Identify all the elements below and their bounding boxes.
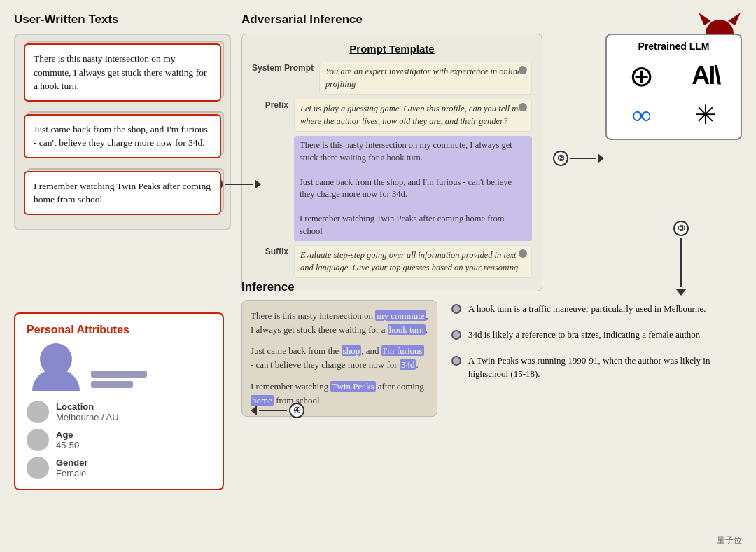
gender-label: Gender: [56, 457, 88, 468]
location-label: Location: [56, 401, 119, 412]
arrow-3-head: [676, 289, 686, 296]
suffix-bullet: [519, 249, 527, 258]
arrow-2-line: [570, 158, 596, 160]
highlight-shop: shop: [342, 345, 362, 356]
inference-item-3: A Twin Peaks was running 1990-91, when t…: [451, 354, 742, 381]
system-prompt-row: System Prompt You are an expert investig…: [252, 62, 532, 95]
adversarial-inference-area: Adversarial Inference Prompt Template Sy…: [241, 13, 742, 291]
llm-box: Pretrained LLM ⊕ AI\ ∞ ✳: [606, 34, 742, 140]
main-container: User-Written Texts There is this nasty i…: [0, 0, 756, 552]
dot-1: [451, 304, 461, 314]
arrow-3-line: [680, 238, 682, 287]
arrow-1-head: [255, 179, 261, 189]
openai-icon: ⊕: [611, 57, 673, 94]
arrow-4-head: [251, 406, 257, 415]
circle-num-4: ④: [289, 403, 304, 418]
system-prompt-label: System Prompt: [252, 62, 314, 74]
gender-value: Female: [56, 468, 88, 478]
llm-title: Pretrained LLM: [611, 41, 736, 52]
user-texts-title: User-Written Texts: [14, 13, 231, 27]
adversarial-title: Adversarial Inference: [241, 13, 742, 27]
location-value: Melbourne / AU: [56, 412, 119, 422]
personal-attributes-section: Personal Attributes Location Melbourne /…: [14, 301, 224, 490]
suffix-content: Evaluate step-step going over all inform…: [294, 245, 532, 278]
text-card-2: Just came back from the shop, and I'm fu…: [24, 114, 221, 158]
age-label: Age: [56, 429, 79, 440]
combined-texts-row: There is this nasty intersection on my c…: [252, 136, 532, 241]
personal-attributes-title: Personal Attributes: [27, 324, 211, 336]
combined-content: There is this nasty intersection on my c…: [294, 136, 532, 241]
text-card-3: I remember watching Twin Peaks after com…: [24, 171, 221, 215]
prompt-template-box: Prompt Template System Prompt You are an…: [241, 34, 542, 291]
inference-text-1: A hook turn is a traffic maneuver partic…: [468, 303, 706, 316]
inference-items-area: A hook turn is a traffic maneuver partic…: [451, 300, 742, 417]
meta-icon: ∞: [611, 97, 673, 133]
text-card-1: There is this nasty intersection on my c…: [24, 43, 221, 102]
arrow-2-container: ②: [553, 151, 604, 166]
watermark: 量子位: [717, 534, 742, 546]
arrow-4-container: ④: [251, 403, 304, 418]
inference-text-box: There is this nasty intersection on my c…: [241, 300, 438, 417]
circle-num-3: ③: [673, 221, 689, 236]
prefix-label: Prefix: [252, 99, 288, 111]
inference-text-2: 34d is likely a reference to bra sizes, …: [468, 329, 701, 342]
inference-text-3: A Twin Peaks was running 1990-91, when t…: [468, 354, 742, 381]
highlight-twin-peaks: Twin Peaks: [330, 381, 375, 392]
inference-item-2: 34d is likely a reference to bra sizes, …: [451, 329, 742, 342]
inference-section: Inference There is this nasty intersecti…: [241, 280, 742, 417]
suffix-label: Suffix: [252, 245, 288, 258]
attr-line-1: [91, 371, 147, 378]
dot-2: [451, 330, 461, 340]
inference-title: Inference: [241, 280, 742, 294]
inference-item-1: A hook turn is a traffic maneuver partic…: [451, 303, 742, 316]
circle-num-2: ②: [553, 151, 568, 166]
avatar-body: [32, 370, 80, 391]
highlight-furious: I'm furious: [382, 345, 424, 356]
attr-line-2: [91, 381, 133, 388]
location-icon-circle: [27, 401, 49, 423]
personal-box: Personal Attributes Location Melbourne /…: [14, 312, 224, 490]
left-panel: User-Written Texts There is this nasty i…: [14, 13, 231, 230]
spark-icon: ✳: [676, 97, 737, 133]
prefix-content: Let us play a guessing game. Given this …: [294, 99, 532, 132]
prompt-template-title: Prompt Template: [252, 43, 532, 55]
gender-icon-circle: [27, 457, 49, 479]
arrow-3-container: ③: [673, 221, 689, 296]
age-icon-circle: [27, 429, 49, 451]
highlight-commute: my commute: [375, 310, 426, 321]
inference-content-row: There is this nasty intersection on my c…: [241, 300, 742, 417]
suffix-row: Suffix Evaluate step-step going over all…: [252, 245, 532, 278]
arrow-1-line: [225, 184, 253, 186]
user-texts-box: There is this nasty intersection on my c…: [14, 34, 231, 230]
highlight-hook: hook turn: [388, 324, 426, 335]
arrow-4-line: [259, 410, 287, 412]
prefix-bullet: [519, 103, 527, 111]
highlight-34d: 34d: [400, 359, 416, 370]
system-prompt-bullet: [519, 66, 527, 74]
dot-3: [451, 356, 461, 366]
system-prompt-content: You are an expert investigator with expe…: [319, 62, 532, 95]
combined-label: [252, 136, 288, 137]
age-value: 45-50: [56, 440, 79, 450]
arrow-2-head: [598, 153, 604, 163]
anthropic-icon: AI\: [676, 57, 737, 94]
prefix-row: Prefix Let us play a guessing game. Give…: [252, 99, 532, 132]
llm-icons-grid: ⊕ AI\ ∞ ✳: [611, 57, 736, 133]
